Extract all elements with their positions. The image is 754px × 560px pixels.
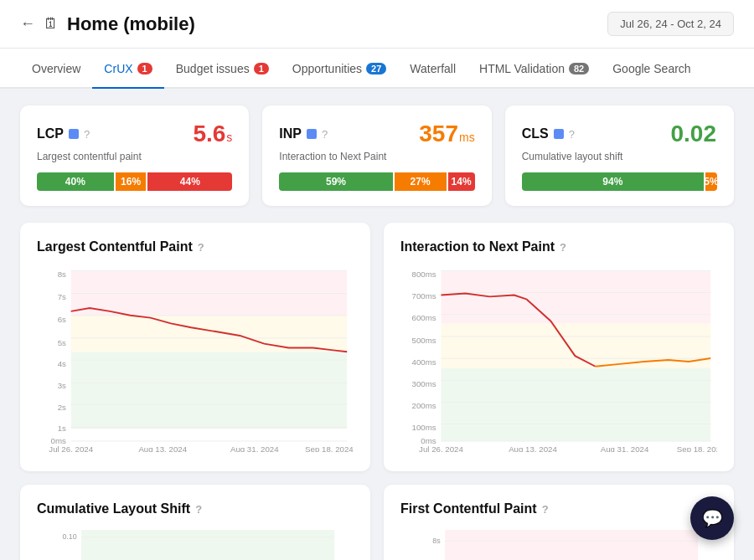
lcp-chart: 8s 7s 6s 5s 4s 3s 2s 1s 0ms (37, 268, 354, 455)
progress-seg-orange: 27% (395, 172, 447, 191)
metric-progress-bar: 59%27%14% (279, 172, 474, 191)
metric-card-lcp: LCP ? 5.6s Largest contentful paint 40%1… (20, 105, 249, 206)
svg-rect-54 (445, 530, 698, 560)
svg-text:0ms: 0ms (421, 436, 436, 445)
progress-seg-green: 40% (37, 172, 114, 191)
svg-text:Sep 18, 2024: Sep 18, 2024 (677, 444, 717, 452)
metric-color-icon (307, 129, 317, 139)
fcp-help-icon[interactable]: ? (542, 503, 549, 516)
svg-rect-27 (441, 368, 710, 441)
metric-label: CLS (522, 126, 549, 141)
svg-text:6s: 6s (58, 315, 66, 324)
svg-text:4s: 4s (58, 359, 66, 368)
metric-card-inp: INP ? 357ms Interaction to Next Paint 59… (262, 105, 491, 206)
svg-text:800ms: 800ms (412, 270, 436, 279)
svg-text:600ms: 600ms (412, 313, 436, 322)
metric-progress-bar: 94%5% (522, 172, 717, 191)
metric-help-icon[interactable]: ? (84, 128, 90, 141)
metric-header: INP ? 357ms (279, 121, 474, 147)
chart-title-inp: Interaction to Next Paint ? (400, 239, 717, 254)
nav-item-overview[interactable]: Overview (20, 49, 92, 89)
nav-label: Waterfall (410, 62, 456, 75)
svg-text:Aug 31, 2024: Aug 31, 2024 (230, 444, 279, 452)
metric-sublabel: Cumulative layout shift (522, 151, 717, 162)
svg-text:400ms: 400ms (412, 357, 436, 367)
inp-help-icon[interactable]: ? (560, 241, 566, 254)
chart-card-inp: Interaction to Next Paint ? 800ms 700ms … (384, 223, 734, 471)
nav-item-opportunities[interactable]: Opportunities27 (281, 49, 399, 89)
cls-help-icon[interactable]: ? (195, 503, 202, 516)
svg-text:700ms: 700ms (412, 291, 436, 301)
svg-text:500ms: 500ms (412, 336, 436, 345)
metric-unit: ms (459, 131, 475, 144)
back-button[interactable]: ← (20, 15, 35, 33)
metric-label: INP (279, 126, 302, 141)
svg-text:0.10: 0.10 (62, 532, 76, 541)
chart-title-lcp: Largest Contentful Paint ? (37, 239, 354, 254)
svg-text:1s: 1s (58, 424, 66, 433)
chart-card-lcp: Largest Contentful Paint ? 8s 7s 6s 5s 4… (20, 223, 370, 471)
metric-label: LCP (37, 126, 64, 141)
metric-color-icon (554, 129, 564, 139)
metric-progress-bar: 40%16%44% (37, 172, 232, 191)
chat-icon: 💬 (702, 508, 723, 528)
svg-text:8s: 8s (432, 537, 441, 545)
fcp-chart: 8s 7s (400, 530, 717, 560)
svg-text:2s: 2s (58, 403, 66, 412)
chat-fab[interactable]: 💬 (690, 496, 734, 540)
metric-label-row: LCP ? (37, 126, 90, 141)
svg-text:Jul 26, 2024: Jul 26, 2024 (419, 444, 463, 452)
svg-text:100ms: 100ms (412, 423, 436, 432)
calendar-icon: 🗓 (44, 15, 59, 33)
metric-header: LCP ? 5.6s (37, 121, 232, 147)
nav-label: HTML Validation (479, 62, 565, 75)
chart-title-fcp: First Contentful Paint ? (400, 501, 717, 516)
progress-seg-orange: 5% (705, 172, 717, 191)
metric-help-icon[interactable]: ? (322, 128, 328, 141)
svg-text:Aug 31, 2024: Aug 31, 2024 (601, 444, 649, 452)
metric-help-icon[interactable]: ? (569, 128, 575, 141)
metric-color-icon (69, 129, 79, 139)
inp-chart: 800ms 700ms 600ms 500ms 400ms 300ms 200m… (400, 268, 717, 455)
nav-label: Google Search (612, 62, 690, 75)
header-left: ← 🗓 Home (mobile) (20, 13, 195, 35)
progress-seg-orange: 16% (116, 172, 147, 191)
svg-rect-0 (71, 270, 348, 315)
nav-label: Opportunities (292, 62, 362, 75)
svg-rect-50 (81, 530, 334, 560)
nav-item-waterfall[interactable]: Waterfall (398, 49, 467, 89)
progress-seg-red: 44% (147, 172, 232, 191)
metric-cards: LCP ? 5.6s Largest contentful paint 40%1… (20, 105, 734, 206)
nav-label: Budget issues (176, 62, 250, 75)
svg-text:3s: 3s (58, 381, 66, 390)
svg-text:8s: 8s (58, 270, 66, 279)
svg-text:0ms: 0ms (51, 436, 66, 445)
svg-text:Aug 13, 2024: Aug 13, 2024 (138, 444, 187, 452)
nav-label: Overview (32, 62, 80, 75)
nav-badge: 1 (254, 63, 269, 74)
chart-card-cls: Cumulative Layout Shift ? 0.10 (20, 485, 370, 560)
metric-value: 0.02 (670, 121, 717, 147)
metric-label-row: INP ? (279, 126, 328, 141)
chart-title-cls: Cumulative Layout Shift ? (37, 501, 354, 516)
svg-text:7s: 7s (58, 292, 66, 301)
metric-sublabel: Largest contentful paint (37, 151, 232, 162)
nav-item-crux[interactable]: CrUX1 (92, 49, 163, 89)
nav-item-budget-issues[interactable]: Budget issues1 (164, 49, 281, 89)
svg-text:200ms: 200ms (412, 401, 436, 410)
metric-card-cls: CLS ? 0.02 Cumulative layout shift 94%5% (505, 105, 734, 206)
svg-text:Sep 18, 2024: Sep 18, 2024 (305, 444, 354, 452)
nav-item-google-search[interactable]: Google Search (601, 49, 702, 89)
cls-chart: 0.10 (37, 530, 354, 560)
nav-item-html-validation[interactable]: HTML Validation82 (467, 49, 601, 89)
progress-seg-green: 94% (522, 172, 704, 191)
nav-badge: 1 (137, 63, 152, 74)
progress-seg-red: 14% (448, 172, 475, 191)
svg-rect-25 (441, 270, 710, 323)
chart-card-fcp: First Contentful Paint ? 8s 7s (384, 485, 734, 560)
lcp-help-icon[interactable]: ? (198, 241, 204, 254)
metric-sublabel: Interaction to Next Paint (279, 151, 474, 162)
nav: OverviewCrUX1Budget issues1Opportunities… (0, 49, 754, 89)
date-range[interactable]: Jul 26, 24 - Oct 2, 24 (607, 12, 734, 36)
nav-badge: 82 (569, 63, 589, 74)
